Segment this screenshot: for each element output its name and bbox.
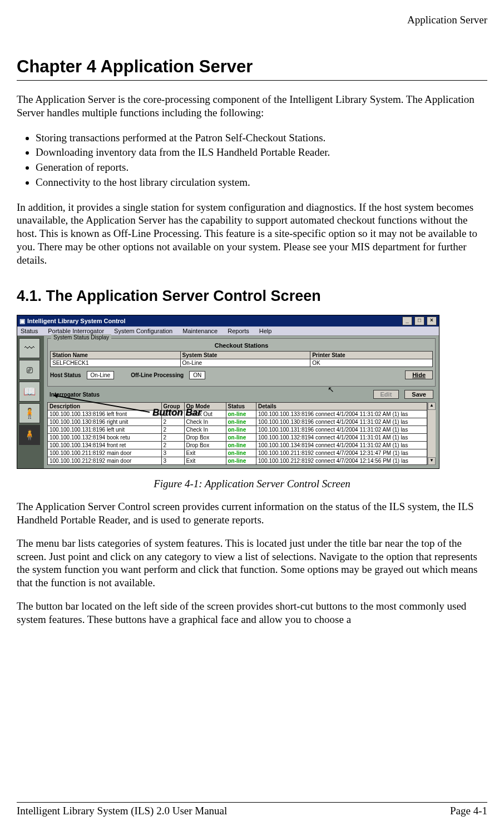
intro-paragraph-1: The Application Server is the core-proce…: [17, 93, 487, 120]
bullet-item: Downloading inventory data from the ILS …: [36, 146, 487, 159]
app-icon: ▣: [19, 318, 25, 325]
cell-status: on-line: [226, 426, 256, 434]
interrogator-status-label: Interrogator Status: [50, 392, 100, 398]
cell-op-mode: Check Out: [184, 410, 226, 418]
person-dark-icon[interactable]: 🧍: [19, 403, 40, 423]
cell-status: on-line: [226, 449, 256, 457]
cell-printer-state: OK: [310, 359, 433, 367]
cell-op-mode: Check In: [184, 418, 226, 426]
body-paragraph-2: The menu bar lists categories of system …: [17, 537, 487, 590]
chapter-number: Chapter 4: [17, 57, 96, 76]
cell-description: 100.100.100.132:8194 book retu: [48, 434, 162, 442]
running-header: Application Server: [17, 14, 487, 26]
offline-processing-value: ON: [189, 371, 205, 379]
cell-system-state: On-Line: [180, 359, 310, 367]
bullet-list: Storing transactions performed at the Pa…: [36, 130, 487, 191]
cell-status: on-line: [226, 434, 256, 442]
cell-description: 100.100.100.130:8196 right unit: [48, 418, 162, 426]
group-label: System Status Display: [51, 334, 111, 340]
table-row[interactable]: 100.100.100.130:8196 right unit 2 Check …: [48, 418, 427, 426]
scroll-down-icon[interactable]: ▼: [428, 457, 436, 465]
window-titlebar[interactable]: ▣ Intelligent Library System Control _ □…: [17, 315, 439, 327]
col-station-name: Station Name: [51, 352, 181, 359]
menu-portable-interrogator[interactable]: Portable Interrogator: [48, 328, 104, 334]
menu-maintenance[interactable]: Maintenance: [182, 328, 218, 334]
menu-system-configuration[interactable]: System Configuration: [114, 328, 172, 334]
col-op-mode: Op Mode: [184, 403, 226, 410]
interrogator-icon[interactable]: ⎚: [19, 360, 40, 380]
cell-group: 2: [161, 434, 184, 442]
menu-help[interactable]: Help: [259, 328, 272, 334]
cell-details: 100.100.100.134:8194 connect 4/1/2004 11…: [256, 442, 427, 449]
cell-group: 3: [161, 457, 184, 465]
col-details: Details: [256, 403, 427, 410]
stations-table: Station Name System State Printer State …: [50, 351, 433, 367]
section-title: 4.1. The Application Server Control Scre…: [17, 288, 487, 305]
cell-group: 1: [161, 410, 184, 418]
close-button[interactable]: ×: [427, 316, 437, 325]
footer-rule: [17, 802, 487, 803]
col-group: Group: [161, 403, 184, 410]
menu-status[interactable]: Status: [21, 328, 38, 334]
cell-details: 100.100.100.212:8192 connect 4/7/2004 12…: [256, 457, 427, 465]
section-name: The Application Server Control Screen: [46, 288, 321, 304]
table-row[interactable]: 100.100.100.133:8196 left front 1 Check …: [48, 410, 427, 418]
cell-op-mode: Check In: [184, 426, 226, 434]
chapter-name: Application Server: [100, 57, 253, 76]
cell-status: on-line: [226, 410, 256, 418]
scroll-up-icon[interactable]: ▲: [428, 402, 436, 410]
page-footer: Intelligent Library System (ILS) 2.0 Use…: [17, 791, 487, 817]
cell-details: 100.100.100.211:8192 connect 4/7/2004 12…: [256, 449, 427, 457]
cell-group: 2: [161, 418, 184, 426]
save-button[interactable]: Save: [404, 390, 433, 399]
person-light-icon[interactable]: 🧍: [19, 425, 40, 445]
cell-group: 3: [161, 449, 184, 457]
offline-processing-label: Off-Line Processing: [131, 372, 184, 378]
system-status-group: System Status Display Checkout Stations …: [47, 338, 436, 387]
cell-details: 100.100.100.132:8194 connect 4/1/2004 11…: [256, 434, 427, 442]
col-printer-state: Printer State: [310, 352, 433, 359]
cell-description: 100.100.100.131:8196 left unit: [48, 426, 162, 434]
bullet-item: Connectivity to the host library circula…: [36, 176, 487, 189]
cell-details: 100.100.100.130:8196 connect 4/1/2004 11…: [256, 418, 427, 426]
host-status-row: Host Status On-Line Off-Line Processing …: [50, 370, 433, 379]
cell-description: 100.100.100.211:8192 main door: [48, 449, 162, 457]
cell-details: 100.100.100.133:8196 connect 4/1/2004 11…: [256, 410, 427, 418]
intro-paragraph-2: In addition, it provides a single statio…: [17, 201, 487, 267]
cell-status: on-line: [226, 457, 256, 465]
cell-details: 100.100.100.131:8196 connect 4/1/2004 11…: [256, 426, 427, 434]
menu-reports[interactable]: Reports: [228, 328, 249, 334]
host-status-label: Host Status: [50, 372, 81, 378]
table-row[interactable]: SELFCHECK1 On-Line OK: [51, 359, 433, 367]
table-row[interactable]: 100.100.100.134:8194 front ret 2 Drop Bo…: [48, 442, 427, 449]
cell-status: on-line: [226, 442, 256, 449]
table-row[interactable]: 100.100.100.211:8192 main door 3 Exit on…: [48, 449, 427, 457]
interrogator-table: Description Group Op Mode Status Details…: [47, 402, 427, 465]
footer-left: Intelligent Library System (ILS) 2.0 Use…: [17, 805, 227, 817]
host-status-value: On-Line: [87, 371, 115, 379]
cell-group: 2: [161, 442, 184, 449]
bullet-item: Generation of reports.: [36, 161, 487, 174]
button-bar: 〰 ⎚ 📖 🧍 🧍: [17, 336, 44, 468]
hide-button[interactable]: Hide: [405, 370, 433, 379]
bullet-item: Storing transactions performed at the Pa…: [36, 131, 487, 145]
cell-status: on-line: [226, 418, 256, 426]
table-row[interactable]: 100.100.100.131:8196 left unit 2 Check I…: [48, 426, 427, 434]
main-panel: Menu Bar Button Bar ↖ System Status Disp…: [44, 336, 439, 468]
footer-right: Page 4-1: [450, 805, 487, 817]
cell-description: 100.100.100.212:8192 main door: [48, 457, 162, 465]
table-row[interactable]: 100.100.100.212:8192 main door 3 Exit on…: [48, 457, 427, 465]
edit-button[interactable]: Edit: [373, 390, 399, 399]
cell-op-mode: Drop Box: [184, 434, 226, 442]
cell-group: 2: [161, 426, 184, 434]
vertical-scrollbar[interactable]: ▲ ▼: [427, 402, 436, 465]
book-icon[interactable]: 📖: [19, 382, 40, 402]
cell-op-mode: Exit: [184, 449, 226, 457]
maximize-button[interactable]: □: [414, 316, 424, 325]
monitor-waveform-icon[interactable]: 〰: [19, 338, 40, 358]
figure-app-window: ▣ Intelligent Library System Control _ □…: [17, 315, 439, 469]
interrogator-status-row: Interrogator Status Edit Save: [50, 390, 433, 399]
cell-op-mode: Drop Box: [184, 442, 226, 449]
minimize-button[interactable]: _: [402, 316, 412, 325]
table-row[interactable]: 100.100.100.132:8194 book retu 2 Drop Bo…: [48, 434, 427, 442]
